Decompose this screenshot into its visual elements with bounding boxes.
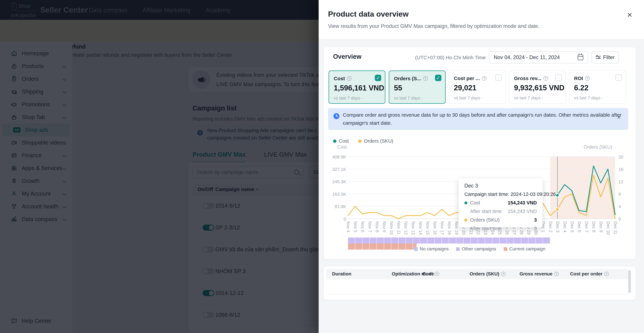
x-tick-label: Dec 10 <box>606 221 611 235</box>
x-tick-label: Nov 15 <box>425 221 430 235</box>
column-duration: Duration <box>332 271 351 277</box>
date-range-picker[interactable]: Nov 04, 2024 - Dec 11, 2024 <box>489 51 588 64</box>
x-tick-label: Nov 16 <box>432 221 438 235</box>
metric-checkbox[interactable]: ✓ <box>435 75 442 81</box>
help-icon[interactable]: ? <box>434 272 439 276</box>
y-tick: 4 <box>618 204 639 209</box>
x-tick-label: Dec 9 <box>598 221 604 232</box>
metric-checkbox[interactable] <box>616 75 622 81</box>
table-scrollbar[interactable] <box>628 270 631 293</box>
tooltip-row: Cost 154,243 VND <box>464 200 537 206</box>
filter-button[interactable]: Filter <box>591 51 619 64</box>
modal-backdrop[interactable] <box>0 0 319 333</box>
x-tick-label: Nov 10 <box>389 221 394 235</box>
x-tick-label: Nov 17 <box>440 221 444 235</box>
metric-checkbox[interactable]: ✓ <box>375 75 381 81</box>
orders-dot-icon <box>464 218 468 222</box>
column-cost: Cost? <box>422 271 439 277</box>
tooltip-row: After start time 3 <box>464 226 537 231</box>
y-tick: 245.3K <box>326 179 346 184</box>
help-icon[interactable]: ? <box>482 76 486 81</box>
timezone-label: (UTC+07:00) Ho Chi Minh Time <box>415 55 486 61</box>
filter-icon <box>596 55 601 60</box>
product-data-overview-modal: Product data overview View results from … <box>319 0 644 333</box>
x-tick-label: Nov 14 <box>418 221 423 235</box>
y-tick: 408.9K <box>326 154 346 160</box>
calendar-icon <box>578 55 583 60</box>
current-campaign-swatch-icon <box>504 247 507 251</box>
x-tick-label: Nov 9 <box>382 221 387 232</box>
x-tick-label: Nov 4 <box>346 221 351 232</box>
band-legend: No campaigns Other campaigns Current cam… <box>324 246 636 252</box>
tooltip-date: Dec 3 <box>464 183 537 189</box>
close-icon[interactable]: × <box>627 11 632 19</box>
x-tick-label: Dec 5 <box>570 221 574 232</box>
help-icon[interactable]: ? <box>554 272 559 276</box>
y-tick: 16 <box>618 167 639 172</box>
x-tick-label: Dec 11 <box>613 221 618 234</box>
x-tick-label: Dec 3 <box>555 221 560 232</box>
x-tick-label: Dec 8 <box>591 221 596 232</box>
metric-checkbox[interactable] <box>556 75 562 81</box>
help-icon[interactable]: ? <box>501 272 506 276</box>
metric-cards: Cost? ✓ 1,596,161 VND vs last 7 days - O… <box>324 71 636 104</box>
tooltip-start-time: Campaign start time: 2024-12-03 09:20:26 <box>464 191 537 197</box>
other-campaigns-swatch-icon <box>456 247 460 251</box>
metric-card-roi[interactable]: ROI? 6.22 vs last 7 days - <box>569 71 626 104</box>
chart-tooltip: Dec 3 Campaign start time: 2024-12-03 09… <box>459 178 542 227</box>
cost-dot-icon <box>464 201 468 204</box>
clock-icon <box>334 113 340 119</box>
x-tick-label: Nov 5 <box>353 221 358 232</box>
help-icon[interactable]: ? <box>423 76 428 81</box>
y-tick: 327.1K <box>326 167 346 172</box>
help-icon[interactable]: ? <box>604 272 609 276</box>
x-tick-label: Dec 7 <box>584 221 589 232</box>
screen: Shop tokopedia Seller Center Data compas… <box>0 0 644 333</box>
orders-dot-icon <box>358 139 362 143</box>
x-tick-label: Dec 2 <box>548 221 553 232</box>
y-tick: 81.8K <box>326 204 346 209</box>
metric-checkbox[interactable] <box>495 75 502 81</box>
modal-header: Product data overview View results from … <box>319 0 644 39</box>
modal-subtitle: View results from your Product GMV Max c… <box>328 23 540 29</box>
results-table-card: Duration Optimization mode Cost? Orders … <box>324 266 636 300</box>
help-icon[interactable]: ? <box>544 76 548 81</box>
tooltip-row: After start time 154,243 VND <box>464 209 537 214</box>
metric-card-cost-per-order[interactable]: Cost per ...? 29,021 vs last 7 days - <box>449 71 506 104</box>
y-tick: 163.5K <box>326 192 346 197</box>
x-tick-label: Nov 11 <box>396 221 401 234</box>
y-tick: 0 <box>618 216 639 222</box>
left-axis-title: Cost <box>337 144 347 150</box>
column-gross-revenue: Gross revenue? <box>520 271 559 277</box>
results-table-body <box>326 279 629 294</box>
overview-heading: Overview <box>333 53 362 60</box>
no-campaigns-swatch-icon <box>414 247 418 251</box>
help-icon[interactable]: ? <box>585 76 590 81</box>
compare-notice-banner: Compare order and gross revenue data for… <box>328 108 628 130</box>
column-cost-per-order: Cost per order? <box>570 271 609 277</box>
y-tick: 20 <box>618 154 639 160</box>
metric-card-cost[interactable]: Cost? ✓ 1,596,161 VND vs last 7 days - <box>328 71 386 104</box>
chart-legend: Cost Orders (SKU) <box>333 138 393 144</box>
y-tick: 0 <box>326 216 346 222</box>
right-axis-title: Orders (SKU) <box>584 144 612 150</box>
close-icon[interactable]: × <box>617 114 620 121</box>
metric-card-orders-sku[interactable]: Orders (S...? ✓ 55 vs last 7 days - <box>389 71 446 104</box>
legend-cost[interactable]: Cost <box>333 138 349 144</box>
overview-card: Overview (UTC+07:00) Ho Chi Minh Time No… <box>324 47 636 259</box>
tooltip-row: Orders (SKU) 3 <box>464 217 537 223</box>
results-table-header: Duration Optimization mode Cost? Orders … <box>326 269 629 279</box>
x-tick-label: Dec 4 <box>562 221 567 232</box>
modal-title: Product data overview <box>328 10 408 19</box>
legend-orders-sku[interactable]: Orders (SKU) <box>358 138 394 144</box>
x-tick-label: Nov 18 <box>447 221 452 235</box>
help-icon[interactable]: ? <box>347 76 352 81</box>
cost-dot-icon <box>333 139 336 143</box>
x-tick-label: Nov 6 <box>360 221 365 232</box>
x-tick-label: Dec 6 <box>577 221 582 232</box>
metric-card-gross-revenue[interactable]: Gross rev...? 9,932,615 VND vs last 7 da… <box>509 71 566 104</box>
campaign-period-band <box>348 237 615 243</box>
x-tick-label: Nov 12 <box>404 221 408 235</box>
column-orders-sku: Orders (SKU)? <box>470 271 506 277</box>
x-tick-label: Nov 8 <box>375 221 380 232</box>
